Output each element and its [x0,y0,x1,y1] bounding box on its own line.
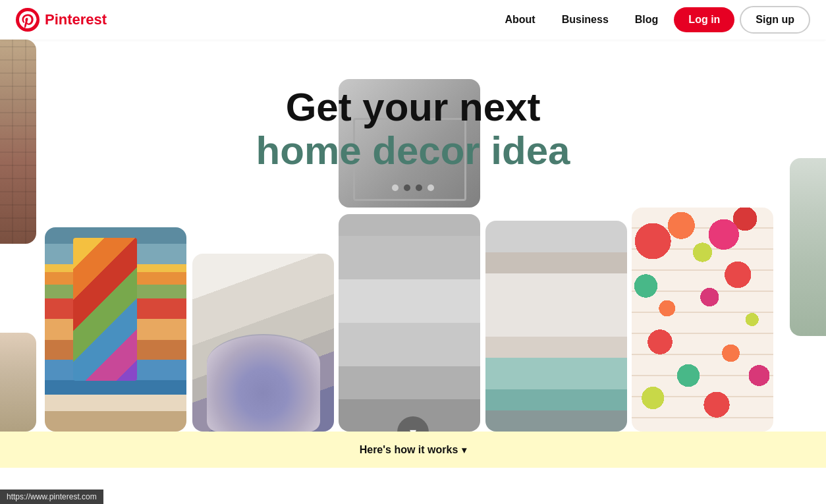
blog-nav-link[interactable]: Blog [624,9,669,31]
header: Pinterest About Business Blog Log in Sig… [0,0,826,40]
logo-text: Pinterest [45,11,107,28]
nav-right: About Business Blog Log in Sign up [494,6,810,34]
status-bar: https://www.pinterest.com [0,490,103,504]
image-card-far-left-bottom [0,333,36,432]
how-it-works-label: Here's how it works [360,444,458,456]
image-card-bedroom [45,227,186,432]
artwork-overlay [73,238,137,381]
image-card-doorway [339,214,480,432]
hero-section: Get your next home decor idea ▾ Here's h… [0,0,826,468]
carousel-dot-2[interactable] [404,184,410,191]
how-it-works-button[interactable]: Here's how it works ▾ [360,444,467,456]
carousel-dot-4[interactable] [427,184,434,191]
image-card-sink [192,254,334,432]
carousel-dots [392,184,434,191]
pinterest-logo-icon [16,8,40,32]
image-card-far-right [790,158,826,336]
image-mosaic [0,40,826,432]
carousel-dot-1[interactable] [392,184,399,191]
signup-button[interactable]: Sign up [740,6,810,34]
chevron-down-icon: ▾ [462,445,466,455]
image-card-far-left-top [0,40,36,244]
login-button[interactable]: Log in [674,7,734,32]
bottom-how-it-works-bar: Here's how it works ▾ [0,432,826,468]
carousel-dot-3[interactable] [416,184,422,191]
about-nav-link[interactable]: About [494,9,545,31]
image-card-bathtub [485,221,627,432]
business-nav-link[interactable]: Business [551,9,619,31]
logo-area[interactable]: Pinterest [16,8,107,32]
status-url: https://www.pinterest.com [7,492,97,501]
sink-basin [207,334,320,432]
image-card-floral-stairs [632,208,773,432]
